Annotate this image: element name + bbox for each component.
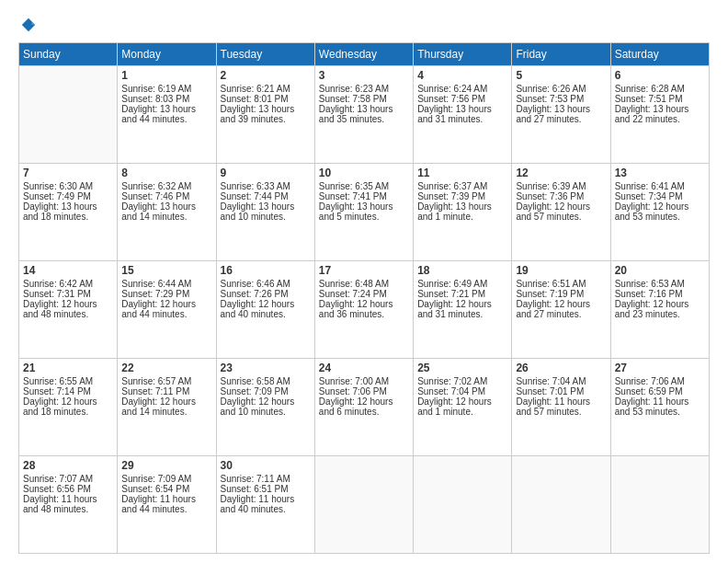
day-number: 28 <box>23 459 113 472</box>
calendar-cell: 12 Sunrise: 6:39 AM Sunset: 7:36 PM Dayl… <box>512 164 610 261</box>
calendar-cell: 25 Sunrise: 7:02 AM Sunset: 7:04 PM Dayl… <box>414 359 512 456</box>
daylight: Daylight: 12 hours and 53 minutes. <box>615 201 689 222</box>
daylight: Daylight: 12 hours and 44 minutes. <box>121 299 196 319</box>
day-number: 19 <box>516 264 606 277</box>
day-number: 18 <box>417 264 507 277</box>
daylight: Daylight: 12 hours and 1 minute. <box>417 396 492 417</box>
sunset: Sunset: 7:39 PM <box>417 191 485 201</box>
sunrise: Sunrise: 6:41 AM <box>615 181 685 191</box>
calendar-cell <box>314 456 413 554</box>
calendar-cell: 9 Sunrise: 6:33 AM Sunset: 7:44 PM Dayli… <box>216 164 314 261</box>
day-number: 14 <box>23 264 113 277</box>
sunrise: Sunrise: 7:04 AM <box>516 376 586 386</box>
sunset: Sunset: 6:51 PM <box>221 484 289 494</box>
daylight: Daylight: 11 hours and 53 minutes. <box>615 396 689 417</box>
daylight: Daylight: 12 hours and 27 minutes. <box>516 299 590 319</box>
day-header-tuesday: Tuesday <box>216 43 314 66</box>
day-number: 10 <box>319 167 409 179</box>
calendar: SundayMondayTuesdayWednesdayThursdayFrid… <box>18 42 710 554</box>
sunset: Sunset: 6:54 PM <box>121 484 189 494</box>
sunrise: Sunrise: 6:49 AM <box>417 279 487 289</box>
day-number: 1 <box>121 69 211 82</box>
sunrise: Sunrise: 6:30 AM <box>23 181 93 191</box>
day-number: 6 <box>615 69 705 82</box>
calendar-week-1: 1 Sunrise: 6:19 AM Sunset: 8:03 PM Dayli… <box>19 66 710 164</box>
sunset: Sunset: 7:21 PM <box>417 289 485 299</box>
daylight: Daylight: 13 hours and 31 minutes. <box>417 104 492 124</box>
sunrise: Sunrise: 7:11 AM <box>221 474 290 484</box>
daylight: Daylight: 12 hours and 40 minutes. <box>221 299 295 319</box>
sunset: Sunset: 7:04 PM <box>417 386 485 396</box>
calendar-cell <box>610 456 709 554</box>
sunset: Sunset: 6:59 PM <box>615 386 683 396</box>
calendar-cell: 11 Sunrise: 6:37 AM Sunset: 7:39 PM Dayl… <box>414 164 512 261</box>
day-header-saturday: Saturday <box>610 43 709 66</box>
daylight: Daylight: 13 hours and 14 minutes. <box>121 201 196 222</box>
calendar-cell: 13 Sunrise: 6:41 AM Sunset: 7:34 PM Dayl… <box>610 164 709 261</box>
day-header-monday: Monday <box>118 43 216 66</box>
calendar-cell <box>512 456 610 554</box>
day-header-wednesday: Wednesday <box>314 43 413 66</box>
sunrise: Sunrise: 6:33 AM <box>221 181 290 191</box>
daylight: Daylight: 11 hours and 48 minutes. <box>23 494 97 514</box>
sunrise: Sunrise: 6:44 AM <box>121 279 191 289</box>
day-number: 4 <box>417 69 507 82</box>
sunset: Sunset: 7:36 PM <box>516 191 584 201</box>
calendar-cell: 22 Sunrise: 6:57 AM Sunset: 7:11 PM Dayl… <box>118 359 216 456</box>
sunrise: Sunrise: 6:35 AM <box>319 181 389 191</box>
calendar-cell: 27 Sunrise: 7:06 AM Sunset: 6:59 PM Dayl… <box>610 359 709 456</box>
day-number: 27 <box>615 362 705 374</box>
sunset: Sunset: 7:19 PM <box>516 289 584 299</box>
daylight: Daylight: 12 hours and 23 minutes. <box>615 299 689 319</box>
calendar-week-3: 14 Sunrise: 6:42 AM Sunset: 7:31 PM Dayl… <box>19 261 710 359</box>
day-number: 25 <box>417 362 507 374</box>
day-header-friday: Friday <box>512 43 610 66</box>
calendar-week-5: 28 Sunrise: 7:07 AM Sunset: 6:56 PM Dayl… <box>19 456 710 554</box>
sunrise: Sunrise: 6:37 AM <box>417 181 487 191</box>
daylight: Daylight: 12 hours and 57 minutes. <box>516 201 590 222</box>
sunrise: Sunrise: 6:28 AM <box>615 84 685 94</box>
daylight: Daylight: 13 hours and 22 minutes. <box>615 104 689 124</box>
sunrise: Sunrise: 6:51 AM <box>516 279 586 289</box>
calendar-cell: 30 Sunrise: 7:11 AM Sunset: 6:51 PM Dayl… <box>216 456 314 554</box>
day-number: 5 <box>516 69 606 82</box>
calendar-cell: 7 Sunrise: 6:30 AM Sunset: 7:49 PM Dayli… <box>19 164 118 261</box>
header <box>18 17 710 33</box>
sunset: Sunset: 7:41 PM <box>319 191 387 201</box>
calendar-cell: 14 Sunrise: 6:42 AM Sunset: 7:31 PM Dayl… <box>19 261 118 359</box>
page: SundayMondayTuesdayWednesdayThursdayFrid… <box>0 0 728 563</box>
daylight: Daylight: 13 hours and 44 minutes. <box>121 104 196 124</box>
calendar-cell: 18 Sunrise: 6:49 AM Sunset: 7:21 PM Dayl… <box>414 261 512 359</box>
calendar-cell: 2 Sunrise: 6:21 AM Sunset: 8:01 PM Dayli… <box>216 66 314 164</box>
sunrise: Sunrise: 6:58 AM <box>221 376 290 386</box>
calendar-cell: 16 Sunrise: 6:46 AM Sunset: 7:26 PM Dayl… <box>216 261 314 359</box>
day-number: 7 <box>23 167 113 179</box>
daylight: Daylight: 13 hours and 1 minute. <box>417 201 492 222</box>
calendar-cell: 6 Sunrise: 6:28 AM Sunset: 7:51 PM Dayli… <box>610 66 709 164</box>
logo-icon <box>20 17 37 33</box>
sunset: Sunset: 7:44 PM <box>221 191 289 201</box>
calendar-cell: 10 Sunrise: 6:35 AM Sunset: 7:41 PM Dayl… <box>314 164 413 261</box>
daylight: Daylight: 12 hours and 31 minutes. <box>417 299 492 319</box>
day-number: 15 <box>121 264 211 277</box>
sunset: Sunset: 7:51 PM <box>615 94 683 104</box>
day-number: 29 <box>121 459 211 472</box>
day-number: 3 <box>319 69 409 82</box>
sunrise: Sunrise: 6:55 AM <box>23 376 93 386</box>
daylight: Daylight: 13 hours and 10 minutes. <box>221 201 295 222</box>
calendar-cell: 4 Sunrise: 6:24 AM Sunset: 7:56 PM Dayli… <box>414 66 512 164</box>
sunrise: Sunrise: 7:09 AM <box>121 474 191 484</box>
sunrise: Sunrise: 7:02 AM <box>417 376 487 386</box>
daylight: Daylight: 11 hours and 57 minutes. <box>516 396 590 417</box>
sunset: Sunset: 7:09 PM <box>221 386 289 396</box>
sunrise: Sunrise: 7:06 AM <box>615 376 685 386</box>
sunrise: Sunrise: 6:57 AM <box>121 376 191 386</box>
sunset: Sunset: 7:16 PM <box>615 289 683 299</box>
sunset: Sunset: 7:06 PM <box>319 386 387 396</box>
daylight: Daylight: 12 hours and 18 minutes. <box>23 396 97 417</box>
sunset: Sunset: 7:31 PM <box>23 289 91 299</box>
calendar-cell: 17 Sunrise: 6:48 AM Sunset: 7:24 PM Dayl… <box>314 261 413 359</box>
calendar-cell: 8 Sunrise: 6:32 AM Sunset: 7:46 PM Dayli… <box>118 164 216 261</box>
daylight: Daylight: 13 hours and 35 minutes. <box>319 104 393 124</box>
daylight: Daylight: 11 hours and 44 minutes. <box>121 494 196 514</box>
